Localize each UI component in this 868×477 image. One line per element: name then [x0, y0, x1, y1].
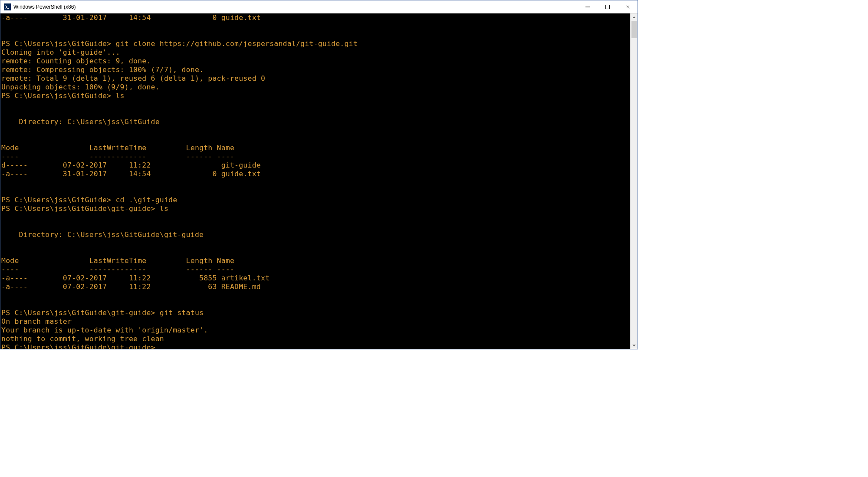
scroll-up-arrow-icon[interactable] — [631, 13, 638, 21]
maximize-button[interactable] — [598, 0, 618, 13]
terminal-output[interactable]: -a---- 31-01-2017 14:54 0 guide.txt PS C… — [0, 13, 630, 349]
scroll-track[interactable] — [631, 21, 638, 342]
svg-rect-3 — [606, 5, 610, 9]
scroll-down-arrow-icon[interactable] — [631, 342, 638, 349]
minimize-button[interactable] — [578, 0, 598, 13]
titlebar[interactable]: Windows PowerShell (x86) — [0, 0, 638, 13]
terminal-area: -a---- 31-01-2017 14:54 0 guide.txt PS C… — [0, 13, 638, 349]
scroll-thumb[interactable] — [631, 21, 637, 38]
window-controls — [578, 0, 638, 13]
window-title: Windows PowerShell (x86) — [13, 4, 76, 10]
close-button[interactable] — [618, 0, 638, 13]
powershell-icon — [4, 3, 11, 10]
powershell-window: Windows PowerShell (x86) -a---- 31-01-20… — [0, 0, 638, 349]
vertical-scrollbar[interactable] — [630, 13, 638, 349]
